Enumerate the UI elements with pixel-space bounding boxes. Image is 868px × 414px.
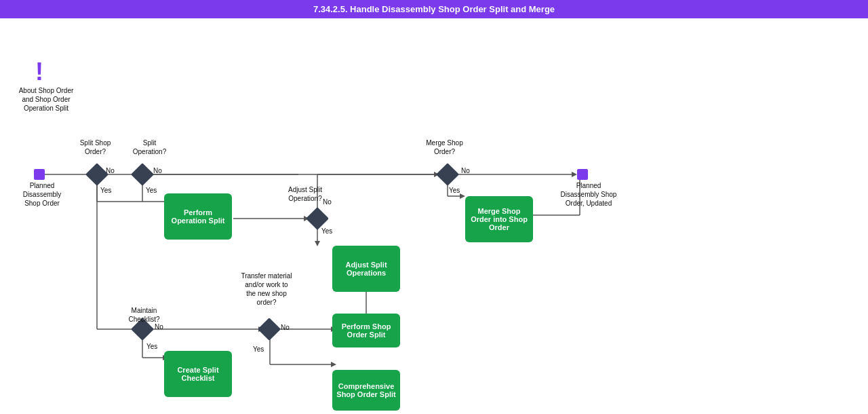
diagram-area: ! About Shop Order and Shop Order Operat… [0, 18, 868, 414]
split-operation-label: Split Operation? [127, 138, 172, 156]
header-title: 7.34.2.5. Handle Disassembly Shop Order … [313, 4, 555, 14]
split-operation-diamond [131, 163, 154, 186]
perform-operation-split-box[interactable]: Perform Operation Split [164, 193, 232, 240]
merge-shop-order-box[interactable]: Merge Shop Order into Shop Order [465, 196, 533, 242]
header: 7.34.2.5. Handle Disassembly Shop Order … [0, 0, 868, 18]
split-shop-order-no-label: No [106, 167, 115, 174]
create-split-checklist-box[interactable]: Create Split Checklist [164, 351, 232, 397]
transfer-material-label: Transfer material and/or work to the new… [240, 271, 293, 307]
planned-disassembly-end-label: Planned Disassembly Shop Order, Updated [558, 181, 619, 208]
perform-shop-order-split-box[interactable]: Perform Shop Order Split [332, 314, 400, 347]
start-square [34, 169, 45, 180]
adjust-split-operation-diamond [306, 207, 329, 230]
merge-shop-order-diamond [436, 163, 459, 186]
svg-marker-33 [572, 172, 577, 177]
transfer-no-label: No [281, 324, 290, 331]
adjust-yes-label: Yes [321, 227, 332, 235]
split-shop-order-label: Split Shop Order? [73, 138, 117, 156]
svg-marker-16 [315, 241, 320, 246]
merge-no-label: No [461, 167, 470, 174]
maintain-no-label: No [155, 323, 163, 331]
merge-yes-label: Yes [449, 187, 460, 194]
planned-disassembly-start-label: Planned Disassembly Shop Order [15, 181, 69, 208]
svg-marker-36 [460, 193, 465, 199]
merge-shop-order-label: Merge Shop Order? [419, 138, 470, 156]
about-label: About Shop Order and Shop Order Operatio… [12, 86, 80, 113]
maintain-checklist-label: Maintain Checklist? [122, 306, 166, 324]
info-icon: ! [35, 58, 43, 86]
arrows-svg [0, 18, 868, 414]
split-operation-no-label: No [153, 167, 162, 174]
comprehensive-shop-order-split-box[interactable]: Comprehensive Shop Order Split [332, 370, 400, 411]
transfer-material-diamond [258, 318, 281, 341]
split-shop-order-yes-label: Yes [100, 187, 111, 194]
split-shop-order-diamond [85, 163, 108, 186]
maintain-yes-label: Yes [146, 343, 157, 350]
svg-marker-23 [331, 362, 336, 367]
split-operation-yes-label: Yes [146, 187, 157, 194]
adjust-split-operations-box[interactable]: Adjust Split Operations [332, 246, 400, 292]
adjust-no-label: No [323, 198, 332, 206]
end-square [577, 169, 588, 180]
transfer-yes-label: Yes [253, 345, 264, 353]
